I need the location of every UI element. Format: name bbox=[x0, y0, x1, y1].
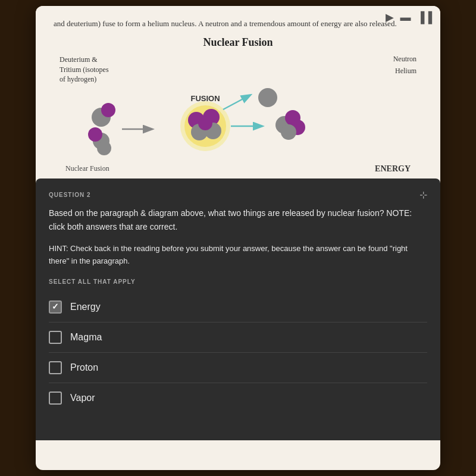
option-vapor[interactable]: Vapor bbox=[49, 383, 427, 413]
diagram-section: Nuclear Fusion Deuterium & Tritium (isot… bbox=[54, 36, 422, 174]
svg-line-15 bbox=[223, 95, 250, 109]
checkbox-vapor[interactable] bbox=[49, 392, 62, 405]
option-proton[interactable]: Proton bbox=[49, 353, 427, 383]
answer-proton-label: Proton bbox=[70, 362, 98, 373]
answer-magma-label: Magma bbox=[70, 332, 102, 343]
question-header: QUESTION 2 ⊹ bbox=[49, 189, 427, 201]
answer-vapor-label: Vapor bbox=[70, 393, 95, 403]
checkbox-proton[interactable] bbox=[49, 361, 62, 374]
question-panel: QUESTION 2 ⊹ Based on the paragraph & di… bbox=[36, 178, 440, 440]
svg-point-1 bbox=[101, 103, 115, 117]
play-icon[interactable]: ▶ bbox=[386, 11, 394, 24]
chart-icon[interactable]: ▐▐ bbox=[416, 11, 432, 24]
diagram-title: Nuclear Fusion bbox=[54, 36, 422, 49]
answer-energy-label: Energy bbox=[70, 302, 101, 312]
caption-left: Nuclear Fusion bbox=[65, 164, 109, 174]
reading-text: and deuterium) fuse to form a helium nuc… bbox=[54, 18, 422, 30]
label-left: Deuterium & Tritium (isotopes of hydroge… bbox=[60, 55, 109, 84]
neutron-label: Neutron bbox=[393, 55, 416, 64]
hint-text: HINT: Check back in the reading before y… bbox=[49, 243, 427, 268]
svg-point-16 bbox=[258, 88, 277, 107]
question-text: Based on the paragraph & diagram above, … bbox=[49, 206, 427, 233]
answer-options: ✓ Energy Magma Proton Vapor bbox=[49, 292, 427, 413]
select-all-label: SELECT ALL THAT APPLY bbox=[49, 278, 427, 285]
svg-point-12 bbox=[198, 116, 212, 130]
option-magma[interactable]: Magma bbox=[49, 322, 427, 353]
svg-point-20 bbox=[281, 124, 296, 140]
svg-point-3 bbox=[88, 127, 102, 142]
tablet-frame: ▶ ▬ ▐▐ and deuterium) fuse to form a hel… bbox=[36, 6, 440, 470]
reading-area: and deuterium) fuse to form a helium nuc… bbox=[36, 6, 440, 174]
option-energy[interactable]: ✓ Energy bbox=[49, 292, 427, 322]
diagram-caption: Nuclear Fusion ENERGY bbox=[54, 164, 422, 174]
svg-point-4 bbox=[97, 141, 111, 155]
diagram-labels: Deuterium & Tritium (isotopes of hydroge… bbox=[54, 55, 422, 84]
svg-text:FUSION: FUSION bbox=[190, 94, 220, 103]
pin-icon[interactable]: ⊹ bbox=[419, 189, 427, 201]
question-label: QUESTION 2 bbox=[49, 192, 91, 198]
label-right-group: Neutron Helium bbox=[393, 55, 416, 76]
checkmark-energy: ✓ bbox=[52, 302, 59, 312]
caption-energy: ENERGY bbox=[375, 164, 411, 174]
fusion-svg: FUSION bbox=[65, 84, 411, 162]
checkbox-magma[interactable] bbox=[49, 331, 62, 344]
checkbox-energy[interactable]: ✓ bbox=[49, 300, 62, 314]
top-bar: ▶ ▬ ▐▐ bbox=[377, 6, 440, 29]
helium-label: Helium bbox=[395, 67, 416, 76]
note-icon[interactable]: ▬ bbox=[400, 11, 411, 24]
